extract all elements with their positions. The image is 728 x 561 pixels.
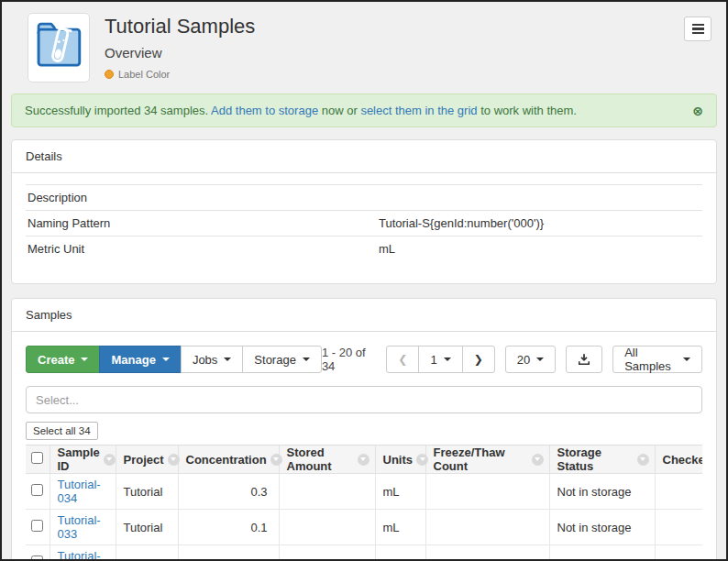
column-menu-icon[interactable] <box>358 454 370 466</box>
column-label: Storage Status <box>557 446 634 473</box>
column-header[interactable]: Sample ID <box>50 446 116 474</box>
row-checkbox-cell <box>26 510 50 545</box>
column-menu-icon[interactable] <box>168 454 180 466</box>
table-cell <box>655 545 702 561</box>
manage-button[interactable]: Manage <box>99 346 181 373</box>
export-button[interactable] <box>566 346 602 373</box>
table-cell: 0.2 <box>178 545 279 561</box>
column-header[interactable]: Freeze/Thaw Count <box>425 446 549 474</box>
samples-grid: Sample IDProjectConcentrationStored Amou… <box>26 445 702 561</box>
sample-id-link[interactable]: Tutorial-034 <box>58 478 101 505</box>
chevron-down-icon <box>81 358 88 361</box>
column-label: Concentration <box>186 453 267 467</box>
label-color-dot <box>105 70 114 79</box>
column-label: Stored Amount <box>287 446 354 473</box>
app-window: Tutorial Samples Overview Label Color Su… <box>0 0 728 561</box>
select-all-checkbox-cell <box>26 446 50 474</box>
table-cell: Not in storage <box>549 545 655 561</box>
pagination-range: 1 - 20 of 34 <box>322 346 373 373</box>
column-label: Project <box>124 453 164 467</box>
column-menu-icon[interactable] <box>532 454 544 466</box>
grid-filter-input[interactable] <box>26 386 702 413</box>
table-cell <box>425 474 549 510</box>
table-cell: mL <box>375 474 425 510</box>
table-cell <box>279 510 375 545</box>
storage-button[interactable]: Storage <box>242 346 322 373</box>
detail-value: Tutorial-S{genId:number('000')} <box>379 216 702 230</box>
table-cell: Tutorial <box>116 545 178 561</box>
column-header[interactable]: Concentration <box>178 446 279 474</box>
column-header[interactable]: Project <box>116 446 178 474</box>
column-menu-icon[interactable] <box>416 454 428 466</box>
table-cell <box>655 510 702 545</box>
column-header[interactable]: Stored Amount <box>279 446 375 474</box>
column-label: Units <box>383 453 414 467</box>
column-menu-icon[interactable] <box>637 454 649 466</box>
sample-type-icon-card <box>28 13 90 82</box>
select-all-checkbox[interactable] <box>31 452 43 464</box>
row-checkbox-cell <box>26 545 50 561</box>
page-size-dropdown[interactable]: 20 <box>505 346 556 373</box>
samples-panel: Samples Create Manage Jobs Storage 1 - 2… <box>11 298 717 561</box>
grid-body: Tutorial-034Tutorial0.3mLNot in storageT… <box>26 474 702 561</box>
chevron-left-icon: ❮ <box>398 353 407 366</box>
jobs-button[interactable]: Jobs <box>181 346 243 373</box>
table-cell: 0.3 <box>178 474 279 510</box>
next-page-button[interactable]: ❯ <box>462 346 495 373</box>
table-cell: mL <box>375 545 425 561</box>
table-cell: Tutorial <box>116 474 178 510</box>
column-menu-icon[interactable] <box>270 454 282 466</box>
page-menu-button[interactable] <box>684 16 711 41</box>
detail-value: mL <box>379 242 702 256</box>
table-cell: Tutorial-033 <box>50 510 116 545</box>
row-checkbox-cell <box>26 474 50 510</box>
hamburger-icon <box>692 24 704 26</box>
select-all-button[interactable]: Select all 34 <box>26 422 98 440</box>
table-cell: mL <box>375 510 425 545</box>
column-menu-icon[interactable] <box>104 454 116 466</box>
table-cell <box>425 510 549 545</box>
page-number-dropdown[interactable]: 1 <box>418 346 462 373</box>
chevron-down-icon <box>303 358 310 361</box>
sample-id-link[interactable]: Tutorial-032 <box>58 549 101 561</box>
select-in-grid-link[interactable]: select them in the grid <box>360 104 477 117</box>
table-cell: Not in storage <box>549 474 655 510</box>
column-header[interactable]: Units <box>375 446 425 474</box>
table-cell <box>425 545 549 561</box>
prev-page-button[interactable]: ❮ <box>386 346 419 373</box>
detail-label: Naming Pattern <box>26 216 379 230</box>
create-button[interactable]: Create <box>26 346 100 373</box>
add-to-storage-link[interactable]: Add them to storage <box>211 104 318 117</box>
detail-row-description: Description <box>26 184 702 210</box>
table-cell: Tutorial-032 <box>50 545 116 561</box>
column-header[interactable]: Checked Out <box>655 446 702 474</box>
import-success-alert: Successfully imported 34 samples. Add th… <box>11 94 717 127</box>
page-header: Tutorial Samples Overview Label Color <box>11 13 717 82</box>
details-panel-title: Details <box>12 140 716 173</box>
chevron-down-icon <box>162 358 170 361</box>
row-checkbox[interactable] <box>31 484 43 496</box>
page-title: Tutorial Samples <box>105 15 255 38</box>
table-cell: 0.1 <box>178 510 279 545</box>
sample-id-link[interactable]: Tutorial-033 <box>58 513 101 541</box>
chevron-down-icon <box>536 358 544 361</box>
chevron-down-icon <box>224 358 231 361</box>
view-filter-dropdown[interactable]: All Samples <box>612 346 702 373</box>
column-label: Freeze/Thaw Count <box>434 446 528 473</box>
alert-close-icon[interactable]: ⊗ <box>692 104 703 117</box>
label-color-text: Label Color <box>118 69 170 80</box>
alert-text: Successfully imported 34 samples. Add th… <box>25 104 577 117</box>
table-cell: Tutorial-034 <box>50 474 116 510</box>
table-cell: Tutorial <box>116 510 178 545</box>
row-checkbox[interactable] <box>31 520 43 532</box>
table-row: Tutorial-032Tutorial0.2mLNot in storage <box>26 545 702 561</box>
details-panel: Details Description Naming Pattern Tutor… <box>11 139 717 284</box>
column-label: Checked Out <box>663 453 703 467</box>
table-row: Tutorial-033Tutorial0.1mLNot in storage <box>26 510 702 545</box>
chevron-right-icon: ❯ <box>474 353 483 366</box>
table-row: Tutorial-034Tutorial0.3mLNot in storage <box>26 474 702 510</box>
column-header[interactable]: Storage Status <box>549 446 655 474</box>
chevron-down-icon <box>683 358 690 361</box>
row-checkbox[interactable] <box>31 556 43 561</box>
chevron-down-icon <box>444 358 451 361</box>
